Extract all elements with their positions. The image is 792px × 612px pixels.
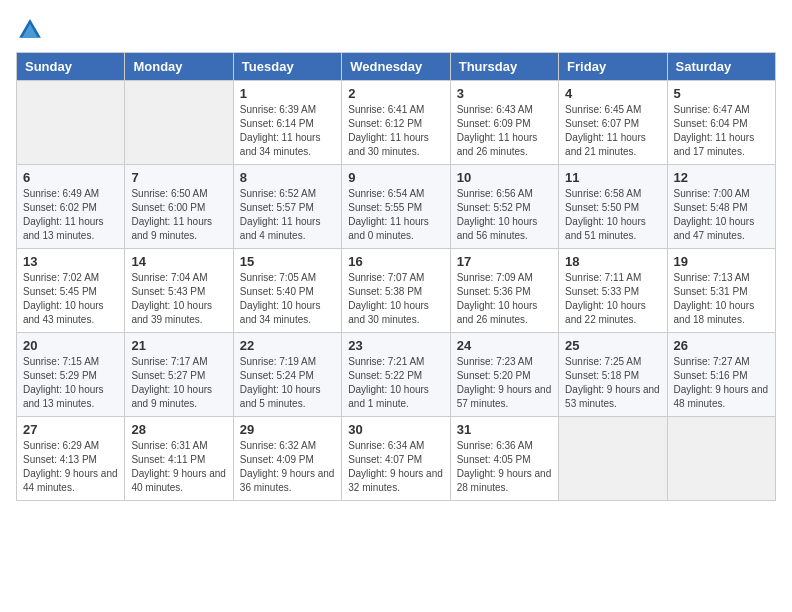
day-number: 11 [565, 170, 660, 185]
calendar-cell: 16Sunrise: 7:07 AM Sunset: 5:38 PM Dayli… [342, 249, 450, 333]
day-number: 10 [457, 170, 552, 185]
day-info: Sunrise: 6:47 AM Sunset: 6:04 PM Dayligh… [674, 103, 769, 159]
calendar-cell: 18Sunrise: 7:11 AM Sunset: 5:33 PM Dayli… [559, 249, 667, 333]
day-info: Sunrise: 7:25 AM Sunset: 5:18 PM Dayligh… [565, 355, 660, 411]
day-info: Sunrise: 6:39 AM Sunset: 6:14 PM Dayligh… [240, 103, 335, 159]
day-number: 6 [23, 170, 118, 185]
day-info: Sunrise: 7:15 AM Sunset: 5:29 PM Dayligh… [23, 355, 118, 411]
day-number: 7 [131, 170, 226, 185]
calendar-cell: 29Sunrise: 6:32 AM Sunset: 4:09 PM Dayli… [233, 417, 341, 501]
day-number: 29 [240, 422, 335, 437]
calendar-cell: 13Sunrise: 7:02 AM Sunset: 5:45 PM Dayli… [17, 249, 125, 333]
calendar-cell: 4Sunrise: 6:45 AM Sunset: 6:07 PM Daylig… [559, 81, 667, 165]
calendar-week-row: 27Sunrise: 6:29 AM Sunset: 4:13 PM Dayli… [17, 417, 776, 501]
day-number: 5 [674, 86, 769, 101]
day-info: Sunrise: 7:27 AM Sunset: 5:16 PM Dayligh… [674, 355, 769, 411]
day-number: 26 [674, 338, 769, 353]
calendar-cell: 10Sunrise: 6:56 AM Sunset: 5:52 PM Dayli… [450, 165, 558, 249]
day-number: 24 [457, 338, 552, 353]
day-info: Sunrise: 6:45 AM Sunset: 6:07 PM Dayligh… [565, 103, 660, 159]
calendar-header-row: SundayMondayTuesdayWednesdayThursdayFrid… [17, 53, 776, 81]
day-number: 3 [457, 86, 552, 101]
day-info: Sunrise: 6:54 AM Sunset: 5:55 PM Dayligh… [348, 187, 443, 243]
calendar-week-row: 13Sunrise: 7:02 AM Sunset: 5:45 PM Dayli… [17, 249, 776, 333]
calendar-week-row: 20Sunrise: 7:15 AM Sunset: 5:29 PM Dayli… [17, 333, 776, 417]
day-info: Sunrise: 6:49 AM Sunset: 6:02 PM Dayligh… [23, 187, 118, 243]
day-number: 31 [457, 422, 552, 437]
day-info: Sunrise: 7:11 AM Sunset: 5:33 PM Dayligh… [565, 271, 660, 327]
calendar-cell: 31Sunrise: 6:36 AM Sunset: 4:05 PM Dayli… [450, 417, 558, 501]
day-info: Sunrise: 7:09 AM Sunset: 5:36 PM Dayligh… [457, 271, 552, 327]
day-info: Sunrise: 7:19 AM Sunset: 5:24 PM Dayligh… [240, 355, 335, 411]
calendar-cell: 17Sunrise: 7:09 AM Sunset: 5:36 PM Dayli… [450, 249, 558, 333]
day-number: 27 [23, 422, 118, 437]
calendar-cell: 6Sunrise: 6:49 AM Sunset: 6:02 PM Daylig… [17, 165, 125, 249]
day-info: Sunrise: 6:29 AM Sunset: 4:13 PM Dayligh… [23, 439, 118, 495]
day-info: Sunrise: 7:23 AM Sunset: 5:20 PM Dayligh… [457, 355, 552, 411]
calendar-cell: 21Sunrise: 7:17 AM Sunset: 5:27 PM Dayli… [125, 333, 233, 417]
day-info: Sunrise: 6:52 AM Sunset: 5:57 PM Dayligh… [240, 187, 335, 243]
calendar-cell: 8Sunrise: 6:52 AM Sunset: 5:57 PM Daylig… [233, 165, 341, 249]
day-info: Sunrise: 7:13 AM Sunset: 5:31 PM Dayligh… [674, 271, 769, 327]
day-number: 19 [674, 254, 769, 269]
day-number: 9 [348, 170, 443, 185]
day-number: 16 [348, 254, 443, 269]
calendar-cell: 14Sunrise: 7:04 AM Sunset: 5:43 PM Dayli… [125, 249, 233, 333]
logo [16, 16, 48, 44]
day-info: Sunrise: 6:58 AM Sunset: 5:50 PM Dayligh… [565, 187, 660, 243]
day-info: Sunrise: 7:05 AM Sunset: 5:40 PM Dayligh… [240, 271, 335, 327]
day-info: Sunrise: 6:56 AM Sunset: 5:52 PM Dayligh… [457, 187, 552, 243]
calendar-cell: 12Sunrise: 7:00 AM Sunset: 5:48 PM Dayli… [667, 165, 775, 249]
calendar-header-tuesday: Tuesday [233, 53, 341, 81]
day-info: Sunrise: 6:32 AM Sunset: 4:09 PM Dayligh… [240, 439, 335, 495]
calendar-cell: 9Sunrise: 6:54 AM Sunset: 5:55 PM Daylig… [342, 165, 450, 249]
calendar-header-saturday: Saturday [667, 53, 775, 81]
calendar-cell: 20Sunrise: 7:15 AM Sunset: 5:29 PM Dayli… [17, 333, 125, 417]
day-info: Sunrise: 6:41 AM Sunset: 6:12 PM Dayligh… [348, 103, 443, 159]
calendar-cell: 27Sunrise: 6:29 AM Sunset: 4:13 PM Dayli… [17, 417, 125, 501]
day-number: 23 [348, 338, 443, 353]
day-info: Sunrise: 7:02 AM Sunset: 5:45 PM Dayligh… [23, 271, 118, 327]
day-number: 25 [565, 338, 660, 353]
calendar-cell: 7Sunrise: 6:50 AM Sunset: 6:00 PM Daylig… [125, 165, 233, 249]
calendar-cell: 23Sunrise: 7:21 AM Sunset: 5:22 PM Dayli… [342, 333, 450, 417]
calendar-header-friday: Friday [559, 53, 667, 81]
day-number: 21 [131, 338, 226, 353]
day-info: Sunrise: 7:00 AM Sunset: 5:48 PM Dayligh… [674, 187, 769, 243]
calendar-header-monday: Monday [125, 53, 233, 81]
day-number: 13 [23, 254, 118, 269]
calendar-cell: 1Sunrise: 6:39 AM Sunset: 6:14 PM Daylig… [233, 81, 341, 165]
calendar-table: SundayMondayTuesdayWednesdayThursdayFrid… [16, 52, 776, 501]
day-number: 1 [240, 86, 335, 101]
calendar-cell [17, 81, 125, 165]
day-number: 2 [348, 86, 443, 101]
day-info: Sunrise: 7:21 AM Sunset: 5:22 PM Dayligh… [348, 355, 443, 411]
calendar-cell [667, 417, 775, 501]
page-header [16, 16, 776, 44]
calendar-cell: 2Sunrise: 6:41 AM Sunset: 6:12 PM Daylig… [342, 81, 450, 165]
day-info: Sunrise: 7:04 AM Sunset: 5:43 PM Dayligh… [131, 271, 226, 327]
calendar-cell [559, 417, 667, 501]
calendar-cell [125, 81, 233, 165]
day-info: Sunrise: 6:50 AM Sunset: 6:00 PM Dayligh… [131, 187, 226, 243]
calendar-cell: 28Sunrise: 6:31 AM Sunset: 4:11 PM Dayli… [125, 417, 233, 501]
calendar-header-sunday: Sunday [17, 53, 125, 81]
day-number: 12 [674, 170, 769, 185]
day-info: Sunrise: 6:43 AM Sunset: 6:09 PM Dayligh… [457, 103, 552, 159]
day-number: 14 [131, 254, 226, 269]
calendar-cell: 24Sunrise: 7:23 AM Sunset: 5:20 PM Dayli… [450, 333, 558, 417]
day-info: Sunrise: 6:34 AM Sunset: 4:07 PM Dayligh… [348, 439, 443, 495]
calendar-cell: 11Sunrise: 6:58 AM Sunset: 5:50 PM Dayli… [559, 165, 667, 249]
calendar-cell: 30Sunrise: 6:34 AM Sunset: 4:07 PM Dayli… [342, 417, 450, 501]
day-number: 20 [23, 338, 118, 353]
logo-icon [16, 16, 44, 44]
calendar-cell: 25Sunrise: 7:25 AM Sunset: 5:18 PM Dayli… [559, 333, 667, 417]
day-number: 17 [457, 254, 552, 269]
day-number: 30 [348, 422, 443, 437]
calendar-cell: 19Sunrise: 7:13 AM Sunset: 5:31 PM Dayli… [667, 249, 775, 333]
day-number: 8 [240, 170, 335, 185]
calendar-week-row: 1Sunrise: 6:39 AM Sunset: 6:14 PM Daylig… [17, 81, 776, 165]
calendar-header-wednesday: Wednesday [342, 53, 450, 81]
calendar-cell: 26Sunrise: 7:27 AM Sunset: 5:16 PM Dayli… [667, 333, 775, 417]
calendar-cell: 5Sunrise: 6:47 AM Sunset: 6:04 PM Daylig… [667, 81, 775, 165]
